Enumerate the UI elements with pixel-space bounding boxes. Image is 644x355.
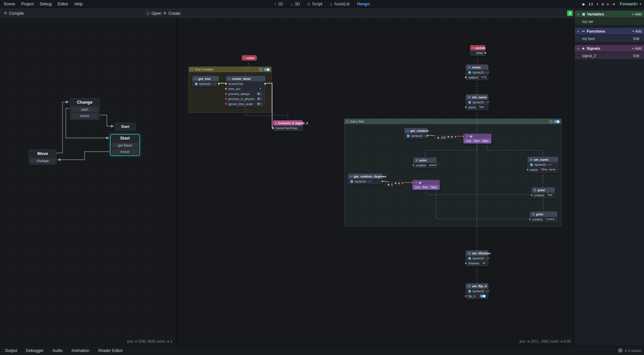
add-variable-button[interactable]: + Add [632, 12, 642, 16]
movie-mode-button[interactable]: ◉ [612, 0, 615, 8]
left-pin-yellow[interactable] [394, 182, 397, 184]
left-pin-green[interactable] [412, 164, 415, 166]
branch-false[interactable]: false [431, 186, 437, 189]
variables-header[interactable]: ∧ ▦ Variables + Add [575, 11, 644, 17]
script-graph-panel[interactable]: Timer CreationJust a Test ϟenter↦get_tre… [177, 19, 574, 346]
value-pin-yellow[interactable] [437, 137, 439, 139]
tab-assetlib[interactable]: ↧AssetLib [327, 0, 352, 8]
add-function-button[interactable]: + Add [632, 29, 642, 33]
signal-item[interactable]: signal_2 Edit [575, 52, 644, 59]
left-pin-red[interactable] [465, 295, 467, 297]
left-pin-green[interactable] [530, 194, 533, 196]
row-value[interactable]: 5 [258, 87, 263, 91]
bottom-tab-debugger[interactable]: Debugger [22, 346, 48, 355]
node-update[interactable]: ϟupdatedelta [470, 45, 485, 56]
right-pin-red[interactable] [454, 136, 457, 138]
menu-editor[interactable]: Editor [55, 0, 71, 8]
bottom-tab-output[interactable]: Output [1, 346, 22, 355]
toggle[interactable] [257, 92, 263, 95]
menu-debug[interactable]: Debug [37, 0, 54, 8]
node-set_name-2[interactable]: ⚙set_nameSprite2DselfnameOther name [527, 157, 558, 172]
node-get_rotation[interactable]: ↦get_rotationSprite2Dself [404, 128, 428, 139]
play-scene-button[interactable]: ▣ [601, 0, 604, 8]
left-pin-red[interactable] [462, 135, 465, 138]
node-get_tree[interactable]: ↦get_treeSprite2Dself [192, 76, 219, 87]
left-pin-red[interactable] [411, 182, 414, 184]
pause-button[interactable]: ❚❚ [588, 0, 593, 8]
branch-false[interactable]: false [482, 139, 488, 143]
left-pin-white[interactable] [272, 127, 274, 129]
node-set_flip_h[interactable]: ⚙set_flip_hSprite2Dselfflip_h [466, 283, 488, 299]
left-pin-white[interactable] [225, 83, 227, 85]
right-pin-yellow[interactable] [426, 135, 429, 137]
left-pin-green[interactable] [526, 168, 529, 171]
right-pin-white[interactable] [218, 83, 220, 85]
node-print-1[interactable]: ⚙printcontentsome? [413, 157, 437, 168]
compile-button[interactable]: ⚒ Compile [1, 8, 26, 18]
left-pin-yellow[interactable] [465, 76, 467, 79]
functions-header[interactable]: ∧ ↦ Functions + Add [575, 28, 644, 35]
create-button[interactable]: ✚ Create [161, 8, 183, 18]
left-pin-red[interactable] [225, 93, 227, 95]
branch-then[interactable]: then [423, 186, 428, 189]
state-row-start[interactable]: start [71, 107, 98, 112]
menu-help[interactable]: Help [71, 0, 86, 8]
bottom-tab-audio[interactable]: Audio [48, 346, 67, 355]
state-node-move[interactable]: Movechange [29, 150, 56, 165]
tab-hengo[interactable]: Hengo [354, 0, 373, 8]
collapse-icon[interactable]: ∧ [577, 47, 580, 50]
play-custom-scene-button[interactable]: ▶ [607, 0, 609, 8]
node-enter[interactable]: ϟenter [242, 55, 257, 61]
left-pin-yellow[interactable] [225, 88, 227, 90]
left-pin-yellow[interactable] [447, 136, 449, 138]
left-pin-blue[interactable] [465, 262, 467, 264]
left-pin-green[interactable] [465, 106, 467, 108]
value-pin-yellow[interactable] [387, 184, 390, 186]
right-pin-yellow[interactable] [381, 180, 384, 183]
collapse-icon[interactable]: ∧ [577, 30, 580, 33]
left-pin-green[interactable] [529, 218, 531, 220]
node-value-150[interactable]: 150 [435, 135, 448, 140]
panel-divider[interactable] [176, 19, 177, 346]
row-value[interactable]: 10 [481, 261, 487, 265]
node-create_timer[interactable]: ↦create_timerSceneTreetime_sec5process_a… [226, 76, 265, 107]
node-if-2[interactable]: !?IFtruethenfalse [412, 180, 440, 190]
branch-true[interactable]: true [466, 139, 471, 143]
edit-signal-button[interactable]: Edit [631, 53, 641, 58]
right-pin-yellow[interactable] [484, 52, 486, 54]
play-button[interactable]: ▶ [583, 0, 585, 8]
row-value[interactable]: Other name [539, 167, 558, 172]
edit-function-button[interactable]: Edit [631, 36, 641, 41]
state-row-move[interactable]: move [71, 113, 98, 118]
node-print-2[interactable]: ⚙printcontentTest [531, 187, 555, 198]
branch-true[interactable]: true [415, 186, 420, 189]
row-value[interactable]: Test [477, 105, 486, 109]
function-item[interactable]: my func Edit [575, 35, 644, 42]
state-node-start[interactable]: Startget theremove [110, 134, 140, 156]
collapse-icon[interactable]: ∧ [577, 13, 580, 16]
add-signal-button[interactable]: + Add [632, 46, 642, 50]
toggle[interactable] [257, 102, 263, 105]
menu-project[interactable]: Project [18, 0, 37, 8]
bottom-tab-animation[interactable]: Animation [67, 346, 93, 355]
state-machine-panel[interactable]: ChangestartmoveStartStartget theremoveMo… [0, 19, 176, 346]
tab-3d[interactable]: ◇3D [288, 0, 303, 8]
bottom-tab-shader-editor[interactable]: Shader Editor [94, 346, 127, 355]
variable-item[interactable]: my var [575, 18, 644, 25]
tab-script[interactable]: ☰Script [304, 0, 326, 8]
node-op-less[interactable]: < [395, 180, 403, 186]
right-pin-red[interactable] [401, 182, 404, 184]
node-set_hframes[interactable]: ⚙set_hframesSprite2Dselfhframes10 [466, 250, 488, 266]
toggle[interactable] [257, 97, 263, 100]
left-pin-red[interactable] [225, 98, 227, 100]
state-node-start-mini[interactable]: Start [115, 123, 136, 131]
node-rotate[interactable]: ⚙rotateSprite2Dselfradians0.01 [466, 64, 488, 80]
node-connect-signal-2[interactable]: ϟConnect ➜ signal_2SceneTreeTimer [273, 120, 303, 131]
notification-badge[interactable]: 0 [567, 10, 573, 16]
node-if-1[interactable]: !?IFtruethenfalse [463, 134, 491, 144]
state-row-move[interactable]: move [112, 149, 138, 154]
node-op-greater[interactable]: > [448, 134, 456, 140]
row-value[interactable]: Control [544, 217, 556, 221]
state-row-get-there[interactable]: get there [112, 143, 138, 148]
row-value[interactable]: Test [546, 193, 554, 197]
